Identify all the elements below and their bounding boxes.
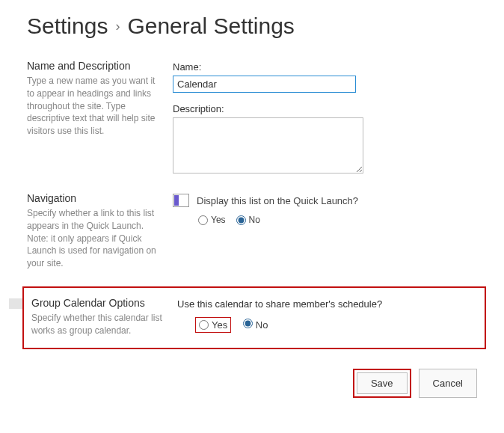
section-help: Type a new name as you want it to appear… xyxy=(27,75,158,138)
group-calendar-yes-radio[interactable] xyxy=(199,320,209,330)
section-heading: Group Calendar Options xyxy=(31,297,162,309)
section-help: Specify whether this calendar list works… xyxy=(31,312,162,337)
breadcrumb-parent[interactable]: Settings xyxy=(27,13,108,39)
quick-launch-no-radio[interactable] xyxy=(236,215,246,225)
group-calendar-yes-label: Yes xyxy=(212,319,227,331)
highlight-yes-option: Yes xyxy=(195,317,231,333)
section-help: Specify whether a link to this list appe… xyxy=(27,207,158,270)
group-calendar-no-label: No xyxy=(256,319,268,331)
quick-launch-question: Display this list on the Quick Launch? xyxy=(197,195,358,206)
quick-launch-yes-radio[interactable] xyxy=(198,215,208,225)
description-label: Description: xyxy=(173,103,482,114)
breadcrumb: Settings › General Settings xyxy=(27,13,482,39)
name-input[interactable] xyxy=(173,76,356,93)
description-textarea[interactable] xyxy=(173,117,363,173)
button-row: Save Cancel xyxy=(27,369,482,398)
cancel-button[interactable]: Cancel xyxy=(419,369,477,398)
section-name-description: Name and Description Type a new name as … xyxy=(27,60,482,176)
group-calendar-no-radio[interactable] xyxy=(243,319,253,328)
breadcrumb-current: General Settings xyxy=(127,13,294,39)
quick-launch-yes-label: Yes xyxy=(211,215,226,225)
save-button[interactable]: Save xyxy=(357,372,408,394)
quick-launch-icon xyxy=(173,194,189,207)
section-group-calendar: Group Calendar Options Specify whether t… xyxy=(31,297,477,337)
section-navigation: Navigation Specify whether a link to thi… xyxy=(27,192,482,270)
group-calendar-question: Use this calendar to share member's sche… xyxy=(177,298,477,310)
section-heading: Name and Description xyxy=(27,60,158,72)
quick-launch-no-label: No xyxy=(249,215,260,225)
section-heading: Navigation xyxy=(27,192,158,204)
chevron-right-icon: › xyxy=(115,19,120,34)
highlight-group-calendar: Group Calendar Options Specify whether t… xyxy=(22,286,486,349)
name-label: Name: xyxy=(173,61,482,73)
highlight-save-button: Save xyxy=(353,369,411,398)
